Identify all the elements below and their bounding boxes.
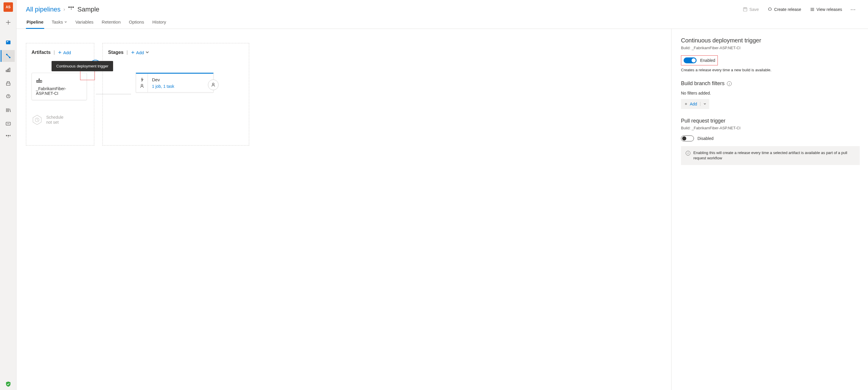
breadcrumb-title: Sample — [78, 6, 99, 13]
svg-rect-18 — [8, 135, 9, 137]
pr-hint-box: i Enabling this will create a release ev… — [681, 146, 860, 165]
stage-post-conditions[interactable] — [208, 80, 219, 90]
breadcrumb-separator: › — [63, 7, 65, 12]
artifacts-title-row: Artifacts | Add — [32, 50, 89, 55]
svg-rect-20 — [68, 6, 69, 8]
artifacts-title: Artifacts — [32, 50, 51, 55]
svg-rect-8 — [9, 68, 10, 72]
schedule-line1: Schedule — [46, 115, 63, 120]
cd-trigger-title: Continuous deployment trigger — [681, 37, 860, 44]
add-filter-button[interactable]: ＋ Add — [681, 99, 709, 109]
tab-retention[interactable]: Retention — [101, 17, 121, 29]
cd-hint: Creates a release every time a new build… — [681, 68, 860, 72]
tab-tasks-label: Tasks — [52, 20, 63, 25]
sidebar-boards-icon[interactable] — [1, 36, 15, 48]
breadcrumb-root-link[interactable]: All pipelines — [26, 6, 60, 13]
add-artifact-label: Add — [63, 50, 71, 55]
add-stage-button[interactable]: Add — [131, 50, 149, 55]
release-definition-icon — [68, 6, 74, 13]
more-actions-button[interactable]: ⋯ — [848, 6, 859, 13]
sidebar-library-icon[interactable] — [1, 104, 15, 116]
lightning-icon — [140, 78, 144, 82]
build-source-icon — [36, 78, 83, 84]
cd-toggle-highlight: Enabled — [681, 55, 718, 65]
stage-pre-conditions[interactable] — [136, 73, 148, 92]
svg-rect-19 — [10, 135, 10, 137]
add-stage-label: Add — [136, 50, 144, 55]
artifact-card[interactable]: _FabrikamFiber-ASP.NET-CI — [32, 73, 87, 100]
sidebar-artifacts-icon[interactable] — [1, 77, 15, 89]
divider — [700, 102, 701, 106]
svg-rect-7 — [7, 69, 8, 72]
artifact-name: _FabrikamFiber-ASP.NET-CI — [36, 86, 83, 96]
trigger-tooltip: Continuous deployment trigger — [52, 61, 113, 71]
divider: | — [126, 50, 127, 55]
create-release-label: Create release — [774, 7, 801, 12]
info-icon: i — [686, 151, 690, 155]
sidebar-deploymentgroup-icon[interactable] — [1, 131, 15, 143]
branch-filters-title: Build branch filters i — [681, 81, 860, 87]
person-icon — [211, 83, 216, 87]
main: All pipelines › Sample Save Create relea… — [17, 0, 868, 390]
connector-line — [96, 94, 131, 94]
pipeline-canvas: Artifacts | Add Continuous deployment tr… — [17, 29, 671, 390]
pr-trigger-toggle[interactable] — [681, 136, 694, 141]
schedule-text: Schedule not set — [46, 115, 63, 125]
details-pane: Continuous deployment trigger Build: _Fa… — [671, 29, 868, 390]
svg-rect-9 — [6, 83, 10, 85]
chevron-down-icon[interactable] — [703, 101, 706, 106]
create-release-button[interactable]: Create release — [765, 5, 804, 13]
svg-rect-23 — [743, 8, 747, 11]
svg-line-14 — [10, 109, 10, 112]
svg-rect-2 — [6, 41, 10, 44]
svg-rect-3 — [7, 41, 8, 42]
tab-tasks[interactable]: Tasks — [51, 17, 68, 29]
body: Artifacts | Add Continuous deployment tr… — [17, 29, 868, 390]
stage-card[interactable]: Dev 1 job, 1 task — [136, 73, 214, 92]
info-icon[interactable]: i — [727, 81, 732, 86]
cd-toggle-label: Enabled — [700, 58, 715, 63]
person-icon — [140, 84, 144, 88]
sidebar-taskgroup-icon[interactable] — [1, 118, 15, 130]
svg-rect-17 — [6, 135, 7, 137]
svg-point-41 — [141, 84, 143, 86]
header: All pipelines › Sample Save Create relea… — [17, 0, 868, 17]
add-artifact-button[interactable]: Add — [58, 50, 71, 55]
svg-point-42 — [212, 83, 214, 85]
tab-pipeline[interactable]: Pipeline — [26, 17, 44, 29]
svg-rect-22 — [72, 6, 74, 8]
sidebar-shield-icon[interactable] — [1, 378, 15, 390]
tab-options[interactable]: Options — [128, 17, 145, 29]
add-filter-label: Add — [690, 101, 697, 106]
sidebar-pipelines-icon[interactable] — [1, 50, 15, 62]
chevron-down-icon — [145, 50, 149, 55]
left-sidebar: AS — [0, 0, 17, 390]
pr-toggle-row: Disabled — [681, 136, 860, 141]
sidebar-rocket-icon[interactable] — [1, 91, 15, 102]
chevron-down-icon — [64, 21, 67, 24]
pr-hint-text: Enabling this will create a release ever… — [693, 150, 855, 161]
save-label: Save — [749, 7, 759, 12]
sidebar-testplans-icon[interactable] — [1, 64, 15, 76]
view-releases-button[interactable]: View releases — [807, 5, 845, 13]
pr-toggle-label: Disabled — [698, 136, 713, 141]
stage-name: Dev — [152, 77, 209, 82]
stages-panel: Stages | Add Dev 1 job, 1 ta — [102, 43, 249, 146]
stages-title: Stages — [108, 50, 123, 55]
schedule-row[interactable]: Schedule not set — [32, 114, 89, 125]
schedule-line2: not set — [46, 120, 63, 125]
stage-body: Dev 1 job, 1 task — [148, 73, 213, 92]
plus-icon: ＋ — [684, 101, 688, 107]
avatar[interactable]: AS — [3, 2, 13, 12]
svg-rect-24 — [744, 8, 746, 9]
tab-history[interactable]: History — [152, 17, 167, 29]
cd-trigger-toggle[interactable] — [684, 57, 696, 63]
svg-point-10 — [8, 95, 8, 96]
divider: | — [54, 50, 55, 55]
tab-variables[interactable]: Variables — [75, 17, 94, 29]
view-releases-label: View releases — [816, 7, 842, 12]
stage-detail-link[interactable]: 1 job, 1 task — [152, 84, 209, 89]
schedule-hex-icon — [32, 114, 43, 125]
artifacts-panel: Artifacts | Add Continuous deployment tr… — [26, 43, 94, 146]
sidebar-add-icon[interactable] — [1, 17, 15, 28]
